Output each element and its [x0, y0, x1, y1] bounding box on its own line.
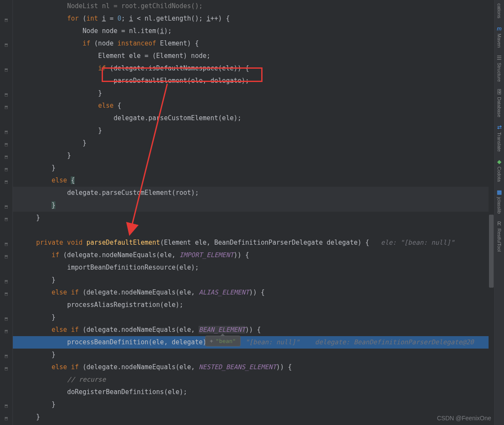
execution-line: processBeanDefinition(ele, delegate) "[b… [13, 336, 494, 349]
gutter-marker [0, 26, 12, 38]
code-line: else if (delegate.nodeNameEquals(ele, NE… [13, 361, 494, 373]
sidebar-item-codota[interactable]: ◆Codota [495, 155, 504, 185]
plus-icon: + [210, 338, 213, 344]
code-line: NodeList nl = root.getChildNodes(); [13, 0, 494, 12]
code-line: delegate.parseCustomElement(root); [13, 187, 494, 199]
sidebar-item-structure[interactable]: ☰Structure [495, 51, 504, 85]
value-tooltip: + "bean" [205, 336, 241, 346]
code-line: for (int i = 0; i < nl.getLength(); i++)… [13, 12, 494, 25]
code-line: else if (delegate.nodeNameEquals(ele, AL… [13, 286, 494, 299]
gutter-marker: ⬒ [0, 100, 12, 113]
code-line: delegate.parseCustomElement(ele); [13, 112, 494, 124]
code-line: } [13, 349, 494, 361]
code-line: // recurse [13, 373, 494, 386]
gutter-marker [0, 188, 12, 200]
code-editor[interactable]: NodeList nl = root.getChildNodes(); for … [13, 0, 494, 425]
gutter-marker: ⬒ [0, 325, 12, 337]
gutter-marker [0, 337, 12, 349]
code-line: else { [13, 100, 494, 112]
gutter-marker: ⬒ [0, 412, 12, 424]
code-line: } [13, 411, 494, 423]
gutter-marker: ⬒ [0, 212, 12, 225]
gutter-marker: ⬒ [0, 138, 12, 150]
code-line: } [13, 137, 494, 149]
scrollbar-thumb[interactable] [489, 215, 494, 288]
code-line: } [13, 87, 494, 100]
gutter-marker [0, 387, 12, 399]
gutter: ⬒ ⬒ ⬒ ⬒ ⬒ ⬒ ⬒ ⬒ ⬒ ⬒ ⬒ ⬒ ⬒ ⬒ ⬒ ⬒ ⬒ ⬒ ⬒ ⬒ … [0, 0, 13, 425]
gutter-marker: ⬒ [0, 125, 12, 138]
code-line: } [13, 199, 494, 212]
gutter-marker: ⬒ [0, 38, 12, 51]
code-line: } [13, 162, 494, 174]
gutter-marker: ⬒ [0, 349, 12, 362]
code-line: } [13, 212, 494, 224]
gutter-marker [0, 374, 12, 387]
codota-icon: ◆ [497, 158, 501, 165]
tooltip-value: "bean" [216, 338, 236, 344]
gutter-marker: ⬒ [0, 287, 12, 300]
code-line: else { [13, 174, 494, 187]
code-line: } [13, 274, 494, 286]
gutter-marker [0, 51, 12, 63]
gutter-marker: ⬒ [0, 200, 12, 212]
gutter-marker: ⬒ [0, 250, 12, 262]
sidebar-item-database[interactable]: 🗄Database [495, 85, 504, 121]
code-line: Element ele = (Element) node; [13, 50, 494, 62]
gutter-marker: ⬒ [0, 237, 12, 250]
gutter-marker: ⬒ [0, 63, 12, 76]
translate-icon: ⇄ [497, 124, 502, 131]
database-icon: 🗄 [497, 89, 502, 95]
code-line: Node node = nl.item(i); [13, 25, 494, 37]
gutter-marker: ⬒ [0, 163, 12, 175]
gutter-marker [0, 300, 12, 312]
sidebar-item-restfultool[interactable]: RRestfulTool [495, 217, 504, 255]
gutter-marker [0, 76, 12, 88]
restful-icon: R [497, 220, 501, 227]
code-line: if (node instanceof Element) { [13, 37, 494, 50]
structure-icon: ☰ [497, 55, 502, 61]
code-line: private void parseDefaultElement(Element… [13, 237, 494, 249]
gutter-marker [0, 225, 12, 237]
code-line: } [13, 149, 494, 162]
gutter-marker [0, 262, 12, 275]
code-line: processAliasRegistration(ele); [13, 299, 494, 311]
jclasslib-icon: ▦ [497, 189, 502, 195]
code-line: else if (delegate.nodeNameEquals(ele, BE… [13, 324, 494, 336]
sidebar-item-translate[interactable]: ⇄Translate [495, 121, 504, 155]
code-line: } [13, 398, 494, 411]
gutter-marker: ⬒ [0, 150, 12, 163]
code-line: importBeanDefinitionResource(ele); [13, 261, 494, 274]
scrollbar-track[interactable] [489, 0, 494, 425]
gutter-marker [0, 1, 12, 13]
gutter-marker: ⬒ [0, 275, 12, 287]
annotation-box [102, 67, 263, 82]
code-line: } [13, 124, 494, 137]
sidebar-item-jclasslib[interactable]: ▦jclasslib [495, 185, 504, 217]
gutter-marker: ⬒ [0, 13, 12, 26]
watermark: CSDN @FeenixOne [437, 415, 491, 422]
gutter-marker: ⬒ [0, 175, 12, 188]
code-line: if (delegate.nodeNameEquals(ele, IMPORT_… [13, 249, 494, 261]
code-line: doRegisterBeanDefinitions(ele); [13, 386, 494, 398]
gutter-marker: ⬒ [0, 362, 12, 374]
editor-container: ⬒ ⬒ ⬒ ⬒ ⬒ ⬒ ⬒ ⬒ ⬒ ⬒ ⬒ ⬒ ⬒ ⬒ ⬒ ⬒ ⬒ ⬒ ⬒ ⬒ … [0, 0, 504, 425]
code-line: } [13, 311, 494, 324]
sidebar-item-maven[interactable]: mMaven [495, 22, 504, 51]
gutter-marker: ⬒ [0, 399, 12, 412]
code-line [13, 224, 494, 237]
right-sidebar: cations mMaven ☰Structure 🗄Database ⇄Tra… [494, 0, 504, 425]
gutter-marker: ⬒ [0, 88, 12, 100]
sidebar-item-notifications[interactable]: cations [495, 0, 504, 22]
gutter-marker [0, 113, 12, 125]
maven-icon: m [497, 25, 502, 32]
gutter-marker: ⬒ [0, 312, 12, 325]
